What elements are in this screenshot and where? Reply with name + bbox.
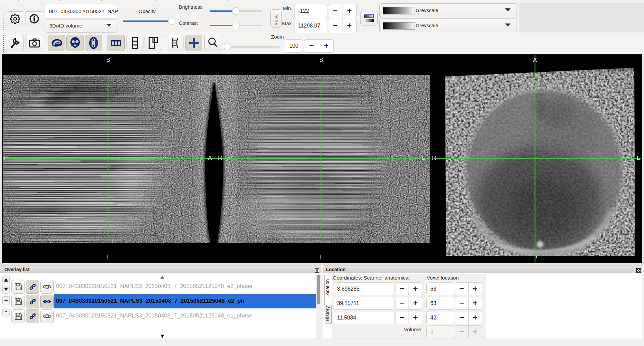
svg-text:L: L	[422, 155, 425, 161]
svg-text:L: L	[637, 155, 640, 161]
svg-text:S: S	[319, 57, 323, 63]
svg-text:I: I	[107, 254, 109, 260]
svg-text:R: R	[432, 155, 436, 161]
svg-text:S: S	[106, 57, 110, 63]
svg-text:A: A	[208, 155, 212, 161]
svg-text:I: I	[320, 254, 322, 260]
svg-text:R: R	[218, 155, 222, 161]
svg-text:P: P	[4, 155, 8, 161]
svg-text:P: P	[533, 255, 537, 261]
svg-text:A: A	[533, 57, 537, 63]
